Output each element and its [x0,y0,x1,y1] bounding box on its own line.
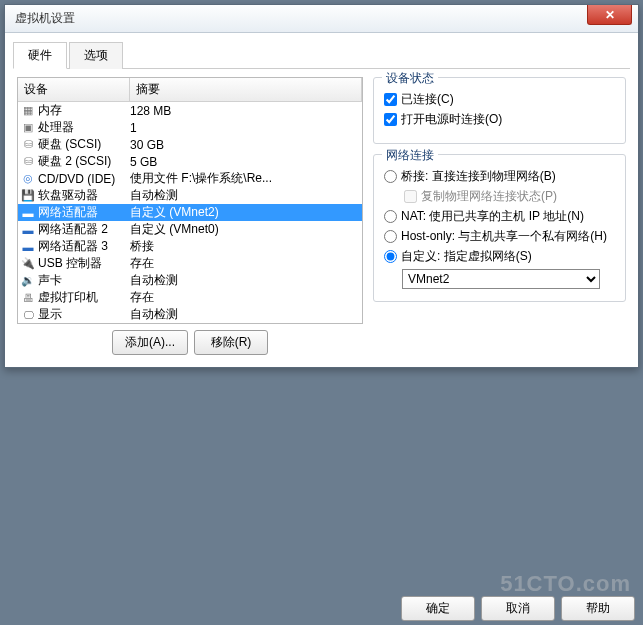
group-device-status: 设备状态 已连接(C) 打开电源时连接(O) [373,77,626,144]
tab-options[interactable]: 选项 [69,42,123,69]
device-name: 显示 [38,306,130,323]
list-body: ▦内存128 MB▣处理器1⛁硬盘 (SCSI)30 GB⛁硬盘 2 (SCSI… [18,102,362,323]
chk-connected[interactable]: 已连接(C) [384,91,615,108]
device-summary: 自动检测 [130,272,360,289]
radio-custom-input[interactable] [384,250,397,263]
device-summary: 1 [130,121,360,135]
group-title-network: 网络连接 [382,147,438,164]
device-name: 内存 [38,102,130,119]
device-name: 网络适配器 2 [38,221,130,238]
vnet-select[interactable]: VMnet2 [402,269,600,289]
device-name: 声卡 [38,272,130,289]
device-name: USB 控制器 [38,255,130,272]
device-row[interactable]: ▬网络适配器 3桥接 [18,238,362,255]
chk-connect-power-input[interactable] [384,113,397,126]
watermark: 51CTO.com [500,571,631,597]
chk-connected-input[interactable] [384,93,397,106]
device-summary: 5 GB [130,155,360,169]
device-icon: ⛁ [20,154,36,170]
radio-hostonly-input[interactable] [384,230,397,243]
ok-button[interactable]: 确定 [401,596,475,621]
tab-hardware[interactable]: 硬件 [13,42,67,69]
device-summary: 128 MB [130,104,360,118]
group-network: 网络连接 桥接: 直接连接到物理网络(B) 复制物理网络连接状态(P) NAT:… [373,154,626,302]
dialog-buttons: 确定 取消 帮助 [401,596,635,621]
radio-custom-label: 自定义: 指定虚拟网络(S) [401,248,532,265]
device-icon: 🔌 [20,256,36,272]
device-icon: 🔉 [20,273,36,289]
device-summary: 使用文件 F:\操作系统\Re... [130,170,360,187]
col-header-summary[interactable]: 摘要 [130,78,362,101]
radio-nat-label: NAT: 使用已共享的主机 IP 地址(N) [401,208,584,225]
device-name: 虚拟打印机 [38,289,130,306]
device-row[interactable]: ⛁硬盘 (SCSI)30 GB [18,136,362,153]
chk-connect-power-label: 打开电源时连接(O) [401,111,502,128]
group-title-status: 设备状态 [382,70,438,87]
device-list: 设备 摘要 ▦内存128 MB▣处理器1⛁硬盘 (SCSI)30 GB⛁硬盘 2… [17,77,363,324]
vnet-select-wrap: VMnet2 [402,269,615,289]
right-panel: 设备状态 已连接(C) 打开电源时连接(O) 网络连接 桥接: 直接连接到物理网… [373,77,626,355]
device-row[interactable]: 💾软盘驱动器自动检测 [18,187,362,204]
device-summary: 存在 [130,289,360,306]
device-row[interactable]: ▬网络适配器 2自定义 (VMnet0) [18,221,362,238]
radio-nat[interactable]: NAT: 使用已共享的主机 IP 地址(N) [384,208,615,225]
chk-connect-power[interactable]: 打开电源时连接(O) [384,111,615,128]
device-summary: 30 GB [130,138,360,152]
help-button[interactable]: 帮助 [561,596,635,621]
radio-hostonly-label: Host-only: 与主机共享一个私有网络(H) [401,228,607,245]
device-row[interactable]: 🔌USB 控制器存在 [18,255,362,272]
device-row[interactable]: ◎CD/DVD (IDE)使用文件 F:\操作系统\Re... [18,170,362,187]
device-name: 处理器 [38,119,130,136]
device-summary: 自动检测 [130,187,360,204]
device-name: CD/DVD (IDE) [38,172,130,186]
device-icon: ▬ [20,239,36,255]
device-name: 网络适配器 3 [38,238,130,255]
list-header: 设备 摘要 [18,78,362,102]
device-icon: 🖶 [20,290,36,306]
device-icon: ▬ [20,205,36,221]
tabs: 硬件 选项 [13,41,630,69]
device-row[interactable]: ▦内存128 MB [18,102,362,119]
device-name: 硬盘 2 (SCSI) [38,153,130,170]
device-name: 网络适配器 [38,204,130,221]
dialog-body: 硬件 选项 设备 摘要 ▦内存128 MB▣处理器1⛁硬盘 (SCSI)30 G… [5,33,638,367]
device-summary: 自定义 (VMnet0) [130,221,360,238]
device-row[interactable]: ⛁硬盘 2 (SCSI)5 GB [18,153,362,170]
device-name: 硬盘 (SCSI) [38,136,130,153]
radio-bridged-label: 桥接: 直接连接到物理网络(B) [401,168,556,185]
col-header-device[interactable]: 设备 [18,78,130,101]
cancel-button[interactable]: 取消 [481,596,555,621]
device-icon: 🖵 [20,307,36,323]
titlebar[interactable]: 虚拟机设置 ✕ [5,5,638,33]
device-summary: 自定义 (VMnet2) [130,204,360,221]
device-icon: ⛁ [20,137,36,153]
left-panel: 设备 摘要 ▦内存128 MB▣处理器1⛁硬盘 (SCSI)30 GB⛁硬盘 2… [17,77,363,355]
device-row[interactable]: ▬网络适配器自定义 (VMnet2) [18,204,362,221]
device-summary: 自动检测 [130,306,360,323]
device-row[interactable]: ▣处理器1 [18,119,362,136]
chk-replicate: 复制物理网络连接状态(P) [404,188,615,205]
content: 设备 摘要 ▦内存128 MB▣处理器1⛁硬盘 (SCSI)30 GB⛁硬盘 2… [13,71,630,359]
device-row[interactable]: 🖵显示自动检测 [18,306,362,323]
device-summary: 存在 [130,255,360,272]
close-button[interactable]: ✕ [587,5,632,25]
device-row[interactable]: 🔉声卡自动检测 [18,272,362,289]
add-button[interactable]: 添加(A)... [112,330,188,355]
device-icon: ▬ [20,222,36,238]
device-name: 软盘驱动器 [38,187,130,204]
chk-replicate-label: 复制物理网络连接状态(P) [421,188,557,205]
device-icon: ▣ [20,120,36,136]
radio-bridged-input[interactable] [384,170,397,183]
radio-nat-input[interactable] [384,210,397,223]
device-row[interactable]: 🖶虚拟打印机存在 [18,289,362,306]
close-icon: ✕ [605,8,615,22]
device-summary: 桥接 [130,238,360,255]
radio-custom[interactable]: 自定义: 指定虚拟网络(S) [384,248,615,265]
list-buttons: 添加(A)... 移除(R) [17,330,363,355]
device-icon: ◎ [20,171,36,187]
radio-bridged[interactable]: 桥接: 直接连接到物理网络(B) [384,168,615,185]
chk-connected-label: 已连接(C) [401,91,454,108]
window-title: 虚拟机设置 [15,10,75,27]
radio-hostonly[interactable]: Host-only: 与主机共享一个私有网络(H) [384,228,615,245]
remove-button[interactable]: 移除(R) [194,330,268,355]
